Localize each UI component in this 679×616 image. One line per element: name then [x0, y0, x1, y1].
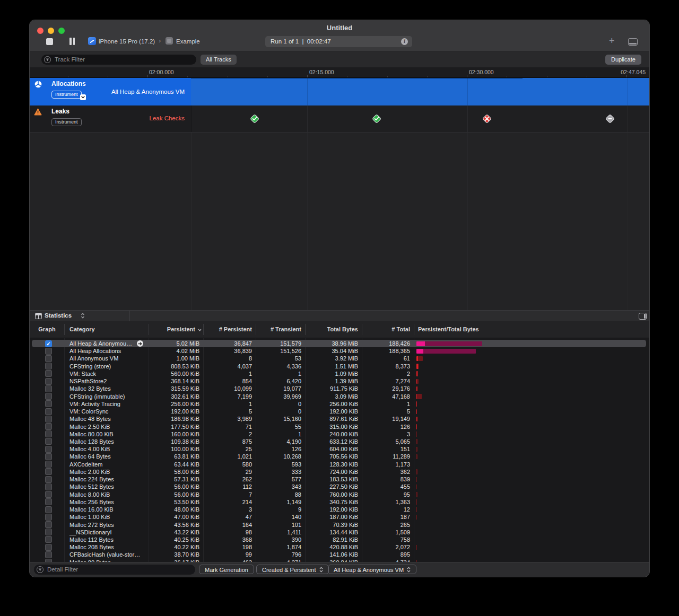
track-filter-input[interactable]: Track Filter: [41, 55, 196, 65]
focus-arrow-icon[interactable]: [137, 340, 143, 347]
graph-checkbox[interactable]: [45, 536, 52, 543]
graph-checkbox[interactable]: [45, 544, 52, 551]
pause-button[interactable]: [69, 38, 75, 45]
table-row[interactable]: CFBasicHash (value-stor…38.70 KiB9979614…: [30, 551, 649, 558]
table-row[interactable]: VM: Activity Tracing256.00 KiB10256.00 K…: [30, 400, 649, 408]
table-row[interactable]: Malloc 32 Bytes315.59 KiB10,09919,077911…: [30, 385, 649, 392]
graph-checkbox[interactable]: [45, 483, 52, 490]
table-row[interactable]: Malloc 80.00 KiB160.00 KiB21240.00 KiB3: [30, 430, 649, 438]
graph-checkbox[interactable]: [45, 416, 52, 423]
total-bytes-cell: 911.75 KiB: [305, 385, 358, 392]
table-row[interactable]: Malloc 16.00 KiB48.00 KiB39192.00 KiB12: [30, 506, 649, 513]
column-header-graph[interactable]: Graph: [30, 326, 64, 332]
allocations-track-header[interactable]: Allocations Instrument All Heap & Anonym…: [30, 78, 191, 105]
graph-checkbox[interactable]: [45, 400, 52, 407]
add-instrument-button[interactable]: +: [609, 36, 615, 47]
column-header-total-bytes[interactable]: Total Bytes: [305, 326, 358, 332]
graph-checkbox[interactable]: [45, 476, 52, 483]
graph-checkbox[interactable]: [45, 348, 52, 355]
table-row[interactable]: CFString (store)808.53 KiB4,0374,3361.51…: [30, 363, 649, 370]
table-row[interactable]: Malloc 48 Bytes186.98 KiB3,98915,160897.…: [30, 415, 649, 423]
graph-checkbox[interactable]: [45, 453, 52, 460]
toggle-bottom-panel-icon[interactable]: [628, 38, 638, 46]
table-row[interactable]: Malloc 64 Bytes63.81 KiB1,02110,268705.5…: [30, 453, 649, 460]
duplicate-button[interactable]: Duplicate: [605, 55, 641, 65]
graph-checkbox[interactable]: [45, 393, 52, 400]
table-row[interactable]: VM: ColorSync192.00 KiB50192.00 KiB5: [30, 408, 649, 415]
graph-checkbox[interactable]: [45, 378, 52, 385]
table-row[interactable]: ✓All Heap & Anonymou…5.02 MiB36,847151,5…: [30, 340, 649, 347]
track-expand-chevron[interactable]: [80, 94, 86, 100]
leak-check-marker-fail[interactable]: [482, 114, 492, 124]
graph-checkbox[interactable]: [45, 370, 52, 377]
table-row[interactable]: Malloc 2.00 KiB58.00 KiB29333724.00 KiB3…: [30, 468, 649, 476]
table-row[interactable]: Malloc 4.00 KiB100.00 KiB25126604.00 KiB…: [30, 445, 649, 453]
graph-checkbox[interactable]: [45, 468, 52, 475]
track-allocations[interactable]: Allocations Instrument All Heap & Anonym…: [30, 78, 649, 105]
graph-checkbox[interactable]: [45, 506, 52, 513]
leak-check-marker-pass[interactable]: [372, 114, 381, 124]
table-row[interactable]: Malloc 8.00 KiB56.00 KiB788760.00 KiB95: [30, 491, 649, 498]
table-row[interactable]: Malloc 512 Bytes56.00 KiB112343227.50 Ki…: [30, 483, 649, 490]
target-app-icon[interactable]: [166, 37, 173, 45]
table-row[interactable]: CFString (immutable)302.61 KiB7,19939,96…: [30, 393, 649, 400]
graph-checkbox[interactable]: ✓: [45, 340, 52, 347]
scope-dropdown[interactable]: All Heap & Anonymous VM: [328, 565, 416, 574]
leak-check-marker-pass[interactable]: [250, 114, 259, 124]
graph-checkbox[interactable]: [45, 355, 52, 362]
graph-checkbox[interactable]: [45, 423, 52, 430]
graph-checkbox[interactable]: [45, 446, 52, 453]
table-row[interactable]: Malloc 208 Bytes40.22 KiB1981,874420.88 …: [30, 543, 649, 551]
table-row[interactable]: Malloc 272 Bytes43.56 KiB16410170.39 KiB…: [30, 521, 649, 529]
column-header-persistent-total-bytes[interactable]: Persistent/Total Bytes: [418, 326, 479, 332]
stop-button[interactable]: [46, 38, 53, 45]
track-leaks[interactable]: Leaks Instrument Leak Checks: [30, 105, 649, 132]
leaks-track-header[interactable]: Leaks Instrument Leak Checks: [30, 105, 191, 132]
graph-checkbox[interactable]: [45, 551, 52, 558]
graph-checkbox[interactable]: [45, 498, 52, 505]
detail-view-selector[interactable]: Statistics: [45, 312, 72, 319]
column-header-category[interactable]: Category: [69, 326, 95, 332]
graph-checkbox[interactable]: [45, 430, 52, 437]
column-header--persistent[interactable]: # Persistent: [203, 326, 252, 332]
graph-checkbox[interactable]: [45, 385, 52, 392]
graph-checkbox[interactable]: [45, 438, 52, 445]
table-row[interactable]: Malloc 112 Bytes40.25 KiB36839082.91 KiB…: [30, 536, 649, 543]
total-bytes-cell: 227.50 KiB: [305, 483, 358, 490]
graph-checkbox[interactable]: [45, 491, 52, 498]
table-row[interactable]: VM: Stack560.00 KiB111.09 MiB2: [30, 370, 649, 377]
device-name[interactable]: iPhone 15 Pro (17.2): [99, 38, 155, 45]
info-icon[interactable]: i: [401, 38, 408, 45]
all-tracks-button[interactable]: All Tracks: [201, 55, 237, 65]
graph-checkbox[interactable]: [45, 514, 52, 521]
run-info-display[interactable]: Run 1 of 1 | 00:02:47 i: [265, 36, 412, 47]
lifecycle-dropdown[interactable]: Created & Persistent: [256, 565, 329, 574]
graph-checkbox[interactable]: [45, 521, 52, 528]
table-row[interactable]: Malloc 128 Bytes109.38 KiB8754,190633.12…: [30, 438, 649, 445]
num-total-cell: 895: [362, 551, 410, 558]
table-row[interactable]: Malloc 224 Bytes57.31 KiB262577183.53 Ki…: [30, 476, 649, 483]
column-header-persistent[interactable]: Persistent: [149, 326, 195, 332]
graph-checkbox[interactable]: [45, 363, 52, 369]
table-row[interactable]: Malloc 256 Bytes53.50 KiB2141,149340.75 …: [30, 498, 649, 506]
table-row[interactable]: AXCodeItem63.44 KiB580593128.30 KiB1,173: [30, 461, 649, 468]
mark-generation-button[interactable]: Mark Generation: [199, 565, 254, 574]
leak-check-marker-skip[interactable]: [605, 114, 615, 124]
toggle-inspector-icon[interactable]: [639, 313, 647, 320]
column-header--transient[interactable]: # Transient: [256, 326, 301, 332]
table-row[interactable]: All Heap Allocations4.02 MiB36,839151,52…: [30, 347, 649, 355]
table-row[interactable]: __NSDictionaryI43.22 KiB981,411134.44 Ki…: [30, 529, 649, 536]
detail-filter-input[interactable]: Detail Filter: [34, 565, 195, 575]
persistent-cell: 100.00 KiB: [149, 445, 199, 453]
table-row[interactable]: All Anonymous VM1.00 MiB8533.92 MiB61: [30, 355, 649, 362]
target-app-name[interactable]: Example: [176, 38, 200, 45]
device-icon[interactable]: [88, 37, 96, 45]
table-row[interactable]: Malloc 1.00 KiB47.00 KiB47140187.00 KiB1…: [30, 513, 649, 521]
table-row[interactable]: Malloc 2.50 KiB177.50 KiB7155315.00 KiB1…: [30, 423, 649, 430]
graph-checkbox[interactable]: [45, 529, 52, 535]
table-row[interactable]: NSPathStore2368.14 KiB8546,4201.39 MiB7,…: [30, 377, 649, 385]
column-header--total[interactable]: # Total: [362, 326, 410, 332]
graph-checkbox[interactable]: [45, 461, 52, 468]
graph-checkbox[interactable]: [45, 408, 52, 415]
timeline-ruler[interactable]: 02:00.00002:15.00002:30.00002:47.045: [30, 67, 649, 78]
